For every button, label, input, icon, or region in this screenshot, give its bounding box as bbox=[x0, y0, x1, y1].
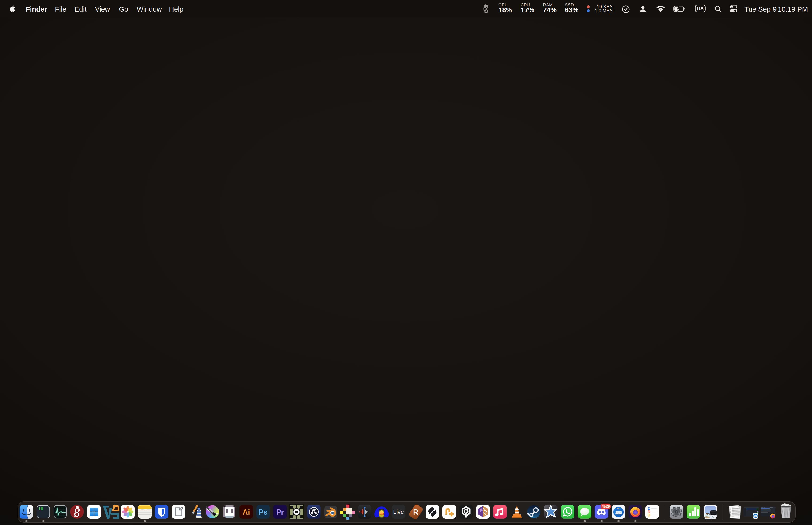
svg-text:Ps: Ps bbox=[259, 508, 267, 516]
svg-text:Live: Live bbox=[393, 509, 404, 515]
svg-text:$: $ bbox=[39, 507, 41, 511]
svg-text:US: US bbox=[697, 6, 704, 11]
svg-text:Ai: Ai bbox=[243, 508, 250, 516]
svg-text:Pr: Pr bbox=[276, 508, 284, 516]
svg-text:R: R bbox=[413, 508, 418, 516]
